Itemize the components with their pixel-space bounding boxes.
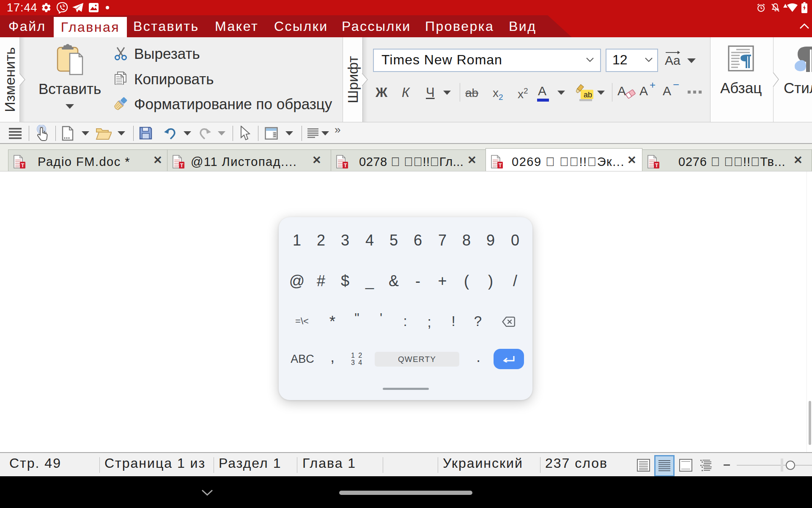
svg-text:T: T bbox=[344, 163, 347, 168]
svg-text:T: T bbox=[21, 163, 25, 168]
svg-text:T: T bbox=[655, 163, 658, 168]
svg-text:T: T bbox=[180, 163, 184, 168]
svg-text:ab: ab bbox=[584, 91, 592, 99]
svg-text:T: T bbox=[499, 163, 502, 168]
